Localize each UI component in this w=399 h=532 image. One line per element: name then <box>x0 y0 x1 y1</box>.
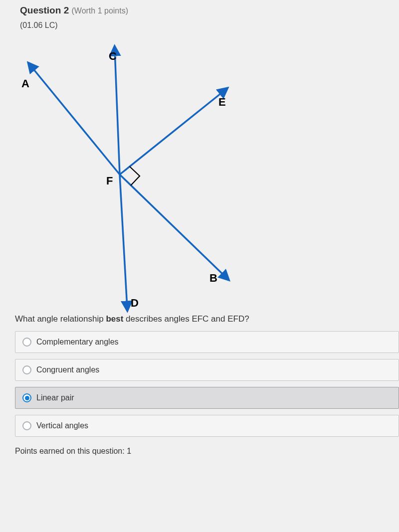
answer-list: Complementary angles Congruent angles Li… <box>0 331 399 437</box>
label-C: C <box>109 50 117 62</box>
radio-icon <box>22 365 31 374</box>
question-worth: (Worth 1 points) <box>71 6 128 15</box>
radio-icon <box>22 421 31 430</box>
geometry-diagram: A C E B D F <box>0 35 399 314</box>
prompt-emph: best <box>106 314 123 324</box>
svg-line-3 <box>120 175 227 278</box>
label-A: A <box>21 77 29 90</box>
question-header: Question 2 (Worth 1 points) (01.06 LC) <box>0 5 399 35</box>
label-F: F <box>106 175 113 187</box>
svg-line-1 <box>115 49 120 175</box>
svg-line-2 <box>120 90 225 175</box>
question-number: 2 <box>64 5 69 15</box>
answer-label: Linear pair <box>36 393 74 402</box>
question-prompt: What angle relationship best describes a… <box>0 314 399 331</box>
question-code: (01.06 LC) <box>20 21 379 30</box>
points-earned: Points earned on this question: 1 <box>0 443 399 456</box>
answer-label: Congruent angles <box>36 365 99 374</box>
question-label: Question <box>20 5 61 15</box>
label-B: B <box>209 272 217 284</box>
answer-option-2[interactable]: Linear pair <box>15 387 399 409</box>
question-title: Question 2 (Worth 1 points) <box>20 5 379 16</box>
label-E: E <box>218 96 226 108</box>
answer-option-0[interactable]: Complementary angles <box>15 331 399 353</box>
label-D: D <box>131 297 139 309</box>
radio-icon <box>22 338 31 347</box>
answer-option-3[interactable]: Vertical angles <box>15 415 399 437</box>
prompt-suffix: describes angles EFC and EFD? <box>123 314 249 324</box>
prompt-prefix: What angle relationship <box>15 314 106 324</box>
answer-label: Vertical angles <box>36 421 88 430</box>
answer-label: Complementary angles <box>36 338 119 347</box>
svg-line-4 <box>120 175 127 308</box>
radio-icon <box>22 393 31 402</box>
svg-line-0 <box>30 65 120 175</box>
answer-option-1[interactable]: Congruent angles <box>15 359 399 381</box>
